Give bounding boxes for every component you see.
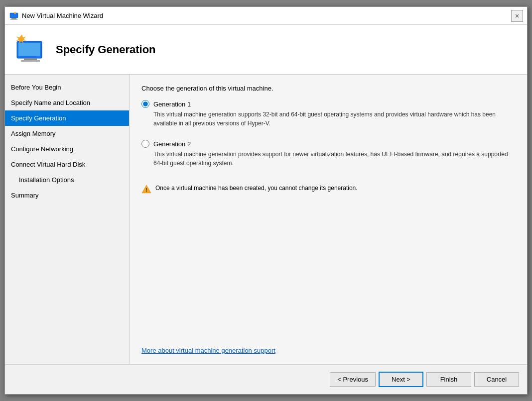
title-bar-text: New Virtual Machine Wizard xyxy=(22,12,103,19)
gen1-radio-label[interactable]: Generation 1 xyxy=(141,100,515,108)
gen1-group: Generation 1 This virtual machine genera… xyxy=(141,100,515,134)
titlebar-icon xyxy=(9,11,19,21)
finish-button[interactable]: Finish xyxy=(426,372,471,387)
gen2-group: Generation 2 This virtual machine genera… xyxy=(141,140,515,174)
svg-rect-0 xyxy=(10,13,18,18)
svg-rect-5 xyxy=(18,43,40,56)
wizard-body: Before You Begin Specify Name and Locati… xyxy=(5,75,527,364)
sidebar-item-summary[interactable]: Summary xyxy=(5,188,129,203)
gen1-label: Generation 1 xyxy=(153,100,191,108)
sidebar-item-before-you-begin[interactable]: Before You Begin xyxy=(5,80,129,95)
svg-rect-2 xyxy=(10,19,17,20)
warning-box: ! Once a virtual machine has been create… xyxy=(141,185,515,196)
gen2-label: Generation 2 xyxy=(153,140,191,148)
link-area: More about virtual machine generation su… xyxy=(141,337,515,354)
svg-rect-1 xyxy=(11,18,16,19)
sidebar: Before You Begin Specify Name and Locati… xyxy=(5,75,130,364)
gen2-radio[interactable] xyxy=(141,140,149,148)
gen1-description: This virtual machine generation supports… xyxy=(153,110,515,128)
svg-text:!: ! xyxy=(145,187,147,193)
gen2-radio-label[interactable]: Generation 2 xyxy=(141,140,515,148)
warning-icon: ! xyxy=(141,185,151,196)
more-info-link[interactable]: More about virtual machine generation su… xyxy=(141,347,275,354)
sidebar-item-specify-name[interactable]: Specify Name and Location xyxy=(5,95,129,110)
sidebar-item-configure-networking[interactable]: Configure Networking xyxy=(5,141,129,157)
wizard-footer: < Previous Next > Finish Cancel xyxy=(5,364,527,394)
content-description: Choose the generation of this virtual ma… xyxy=(141,85,515,92)
svg-rect-7 xyxy=(21,60,40,62)
wizard-header-title: Specify Generation xyxy=(56,43,156,56)
title-bar-left: New Virtual Machine Wizard xyxy=(9,11,103,21)
content-wrapper: Choose the generation of this virtual ma… xyxy=(141,85,515,354)
content-area: Choose the generation of this virtual ma… xyxy=(130,75,527,364)
dialog-window: New Virtual Machine Wizard × Specify Gen… xyxy=(4,6,528,395)
cancel-button[interactable]: Cancel xyxy=(474,372,519,387)
sidebar-item-assign-memory[interactable]: Assign Memory xyxy=(5,126,129,141)
next-button[interactable]: Next > xyxy=(379,372,423,387)
close-button[interactable]: × xyxy=(511,10,523,22)
wizard-header: Specify Generation xyxy=(5,25,527,75)
wizard-icon xyxy=(13,32,48,67)
title-bar: New Virtual Machine Wizard × xyxy=(5,7,527,25)
svg-rect-6 xyxy=(24,58,37,60)
sidebar-item-installation-options[interactable]: Installation Options xyxy=(5,172,129,188)
previous-button[interactable]: < Previous xyxy=(330,372,376,387)
gen1-radio[interactable] xyxy=(141,100,149,108)
sidebar-item-specify-generation[interactable]: Specify Generation xyxy=(5,110,129,126)
sidebar-item-connect-vhd[interactable]: Connect Virtual Hard Disk xyxy=(5,157,129,172)
warning-text: Once a virtual machine has been created,… xyxy=(155,185,358,192)
gen2-description: This virtual machine generation provides… xyxy=(153,150,515,168)
